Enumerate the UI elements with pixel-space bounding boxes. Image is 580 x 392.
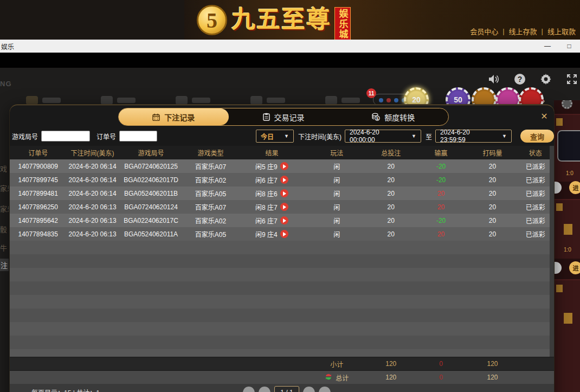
play-button[interactable] bbox=[280, 230, 288, 238]
cell-game: 百家乐A02 bbox=[183, 175, 237, 184]
cell-game: 百家乐A02 bbox=[183, 216, 237, 225]
start-time-select[interactable]: 2024-6-20 00:00:00▼ bbox=[345, 130, 421, 143]
cell-time: 2024-6-20 06:14 bbox=[66, 163, 118, 170]
cell-play: 闲 bbox=[306, 202, 368, 211]
minimize-button[interactable]: — bbox=[537, 40, 558, 53]
cell-turnover: 20 bbox=[468, 176, 517, 184]
count-badge: 11 bbox=[366, 88, 376, 98]
cell-result: 闲6 庄7 bbox=[238, 175, 306, 184]
header-dark-cap bbox=[0, 0, 184, 40]
table-row[interactable]: 140779008092024-6-20 06:14BGA07240620125… bbox=[10, 159, 554, 173]
sidebar-fragment: 家乐 bbox=[0, 203, 9, 214]
help-icon[interactable]: ? bbox=[514, 73, 526, 85]
game-toolbar: ? bbox=[488, 73, 578, 85]
calendar-icon bbox=[152, 113, 160, 121]
coin-logo-icon: 5 bbox=[197, 5, 227, 35]
cell-order: 14077894835 bbox=[10, 230, 66, 238]
enter-button[interactable]: 进 bbox=[569, 181, 580, 194]
game-round-input[interactable] bbox=[41, 131, 90, 142]
col-round: 游戏局号 bbox=[119, 148, 183, 157]
end-time-select[interactable]: 2024-6-20 23:59:59▼ bbox=[435, 130, 512, 143]
gear-icon[interactable] bbox=[540, 73, 552, 85]
cell-turnover: 20 bbox=[468, 230, 517, 238]
cell-play: 闲 bbox=[306, 162, 368, 171]
cell-order: 14077899745 bbox=[10, 176, 66, 184]
current-page-indicator: 1 / 1 bbox=[274, 386, 299, 392]
pagination-bar: 每页显示：15 | 共计：1 « ‹ 1 / 1 › » bbox=[10, 384, 554, 392]
cell-winloss: -20 bbox=[414, 217, 468, 224]
play-button[interactable] bbox=[280, 176, 288, 184]
refresh-icon[interactable] bbox=[325, 373, 332, 382]
link-separator: | bbox=[502, 27, 504, 35]
pill-button[interactable] bbox=[554, 262, 562, 274]
expand-icon[interactable] bbox=[566, 73, 578, 85]
close-icon[interactable]: ✕ bbox=[538, 110, 551, 123]
cell-status: 已派彩 bbox=[517, 202, 554, 211]
cell-round: BGA0524062011A bbox=[119, 230, 183, 238]
maximize-button[interactable]: □ bbox=[558, 40, 580, 53]
enter-button[interactable]: 进 bbox=[569, 261, 580, 274]
dim-menu-item bbox=[250, 96, 285, 105]
cell-game: 百家乐A07 bbox=[183, 162, 237, 171]
clipboard-icon bbox=[263, 113, 270, 121]
tab-quota-transfer[interactable]: $ 额度转换 bbox=[338, 108, 448, 125]
order-input[interactable] bbox=[119, 131, 157, 142]
total-bet: 120 bbox=[368, 374, 414, 381]
cell-winloss: -20 bbox=[414, 163, 468, 170]
pill-button[interactable] bbox=[554, 182, 562, 194]
play-button[interactable] bbox=[280, 162, 288, 170]
tab-transaction-records[interactable]: 交易记录 bbox=[229, 108, 339, 125]
app-window: 5 九五至尊 娱乐城 会员中心 | 线上存款 | 线上取款 娱乐 — □ NG … bbox=[0, 0, 580, 392]
search-button[interactable]: 查询 bbox=[520, 130, 554, 143]
deposit-link[interactable]: 线上存款 bbox=[509, 26, 537, 36]
cell-order: 14077899481 bbox=[10, 190, 66, 197]
chevron-down-icon: ▼ bbox=[284, 133, 289, 139]
result-text: 闲5 庄9 bbox=[255, 162, 278, 171]
ratio-label: 1:0 bbox=[566, 170, 573, 176]
prev-page-button[interactable]: ‹ bbox=[259, 387, 270, 392]
to-label: 至 bbox=[426, 132, 432, 141]
first-page-button[interactable]: « bbox=[243, 387, 255, 392]
cell-status: 已派彩 bbox=[517, 189, 554, 198]
cell-winloss: 20 bbox=[414, 190, 468, 197]
cell-time: 2024-6-20 06:13 bbox=[66, 230, 118, 238]
play-button[interactable] bbox=[280, 189, 288, 197]
play-button[interactable] bbox=[280, 216, 288, 224]
last-page-button[interactable]: » bbox=[319, 387, 331, 392]
cell-play: 闲 bbox=[306, 229, 368, 239]
total-turnover: 120 bbox=[468, 374, 517, 381]
sidebar-fragment: 骰 bbox=[0, 224, 9, 234]
sidebar-fragment: 家乐 bbox=[0, 183, 9, 193]
date-range-select[interactable]: 今日▼ bbox=[256, 130, 294, 143]
table-row[interactable]: 140778994812024-6-20 06:14BGA0524062011B… bbox=[10, 187, 554, 200]
table-row[interactable]: 140778997452024-6-20 06:14BGA0224062017D… bbox=[10, 173, 554, 187]
filter-row: 游戏局号 订单号 今日▼ 下注时间(美东) 2024-6-20 00:00:00… bbox=[10, 128, 554, 144]
next-page-button[interactable]: › bbox=[303, 387, 315, 392]
tab-bet-records[interactable]: 下注记录 bbox=[119, 108, 229, 125]
total-row: 总计 120 0 120 bbox=[10, 371, 554, 384]
col-winloss: 输赢 bbox=[414, 148, 468, 157]
subtotal-turnover: 120 bbox=[468, 360, 517, 368]
speaker-icon[interactable] bbox=[488, 73, 500, 85]
scrollbar-track[interactable] bbox=[550, 146, 554, 357]
cell-result: 闲8 庄7 bbox=[238, 202, 306, 211]
cell-status: 已派彩 bbox=[517, 175, 554, 184]
table-row[interactable]: 140778962502024-6-20 06:13BGA07240620124… bbox=[10, 200, 554, 214]
play-button[interactable] bbox=[280, 203, 288, 211]
cell-time: 2024-6-20 06:13 bbox=[66, 217, 118, 224]
member-center-link[interactable]: 会员中心 bbox=[470, 26, 498, 36]
cell-bet: 20 bbox=[368, 176, 414, 184]
lobby-card: 1:0 bbox=[554, 114, 580, 182]
chip-icon bbox=[562, 100, 572, 109]
cell-game: 百家乐A05 bbox=[183, 189, 237, 198]
total-label: 总计 bbox=[336, 373, 349, 382]
dim-menu-item bbox=[325, 96, 360, 105]
cell-winloss: 20 bbox=[414, 230, 468, 238]
table-row[interactable]: 140778948352024-6-20 06:13BGA0524062011A… bbox=[10, 227, 554, 241]
cell-time: 2024-6-20 06:14 bbox=[66, 190, 118, 197]
table-row[interactable]: 140778956422024-6-20 06:13BGA0224062017C… bbox=[10, 214, 554, 227]
result-text: 闲6 庄7 bbox=[255, 216, 278, 225]
withdraw-link[interactable]: 线上取款 bbox=[547, 26, 576, 36]
dim-menu-item bbox=[101, 96, 136, 105]
dimmed-game-menu bbox=[26, 96, 360, 105]
